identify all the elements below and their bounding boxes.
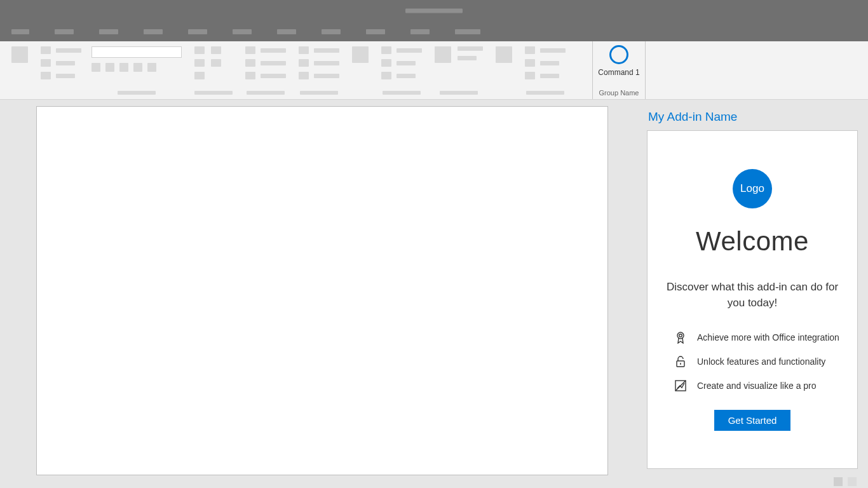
feature-text: Create and visualize like a pro <box>697 381 817 391</box>
ribbon-chunk <box>375 46 428 99</box>
command-label[interactable]: Command 1 <box>598 68 639 77</box>
feature-item: Achieve more with Office integration <box>674 331 844 344</box>
ribbon-tab[interactable] <box>366 29 385 34</box>
command-icon[interactable] <box>609 45 628 64</box>
welcome-heading: Welcome <box>696 226 809 257</box>
ribbon-chunk <box>428 46 489 99</box>
status-bar <box>0 475 868 488</box>
ribbon-tab[interactable] <box>11 29 29 34</box>
ribbon: Command 1 Group Name <box>0 41 868 100</box>
ribbon-chunk <box>292 46 346 99</box>
view-button[interactable] <box>848 477 857 486</box>
ribbon-chunk <box>489 46 519 99</box>
welcome-subheading: Discover what this add-in can do for you… <box>660 280 844 311</box>
ribbon-award-icon <box>674 331 687 344</box>
ribbon-chunk <box>88 46 188 99</box>
task-pane-body: Logo Welcome Discover what this add-in c… <box>647 130 858 469</box>
ribbon-tab[interactable] <box>55 29 74 34</box>
ribbon-tab[interactable] <box>277 29 296 34</box>
task-pane-title: My Add-in Name <box>647 106 858 130</box>
feature-item: Create and visualize like a pro <box>674 379 844 392</box>
ribbon-body <box>0 41 592 99</box>
view-button[interactable] <box>834 477 843 486</box>
svg-point-0 <box>677 332 684 339</box>
logo-text: Logo <box>740 182 764 195</box>
ribbon-chunk <box>239 46 292 99</box>
svg-point-1 <box>679 334 682 337</box>
content-area: My Add-in Name Logo Welcome Discover wha… <box>0 100 868 475</box>
ribbon-chunk <box>34 46 88 99</box>
ribbon-tab[interactable] <box>233 29 252 34</box>
ribbon-tab[interactable] <box>144 29 163 34</box>
ribbon-chunk <box>5 46 34 99</box>
feature-text: Unlock features and functionality <box>697 356 825 367</box>
title-placeholder <box>405 9 463 13</box>
chart-icon <box>674 379 687 392</box>
ribbon-tab[interactable] <box>99 29 118 34</box>
ribbon-tab[interactable] <box>322 29 341 34</box>
title-bar <box>0 0 868 22</box>
ribbon-input[interactable] <box>92 46 182 58</box>
document-page[interactable] <box>36 106 608 475</box>
task-pane: My Add-in Name Logo Welcome Discover wha… <box>647 100 868 475</box>
unlock-icon <box>674 355 687 368</box>
addin-logo: Logo <box>733 169 772 208</box>
ribbon-custom-group: Command 1 Group Name <box>592 41 646 99</box>
svg-line-5 <box>675 381 686 391</box>
get-started-button[interactable]: Get Started <box>714 410 791 431</box>
ribbon-tab[interactable] <box>410 29 430 34</box>
feature-list: Achieve more with Office integration Unl… <box>660 331 844 392</box>
ribbon-chunk <box>519 46 572 99</box>
ribbon-chunk <box>346 46 375 99</box>
ribbon-tab[interactable] <box>188 29 207 34</box>
feature-item: Unlock features and functionality <box>674 355 844 368</box>
document-area <box>0 100 647 475</box>
ribbon-chunk <box>188 46 239 99</box>
group-label: Group Name <box>599 89 639 97</box>
ribbon-tabs <box>0 22 868 41</box>
feature-text: Achieve more with Office integration <box>697 332 839 342</box>
ribbon-tab[interactable] <box>455 29 480 34</box>
